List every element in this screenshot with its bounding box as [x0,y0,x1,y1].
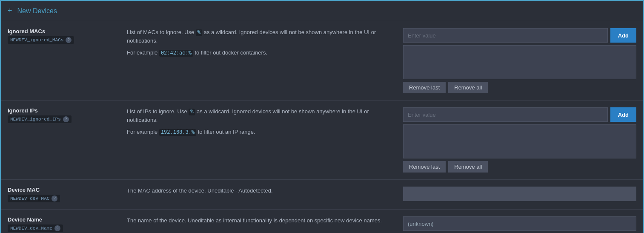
device-name-control [396,216,643,231]
device-name-help-icon[interactable]: ? [54,225,60,231]
setting-row-ignored-macs: Ignored MACs NEWDEV_ignored_MACs ? List … [1,21,643,101]
device-name-label-col: Device Name NEWDEV_dev_Name ? [1,216,120,232]
setting-row-device-name: Device Name NEWDEV_dev_Name ? The name o… [1,210,643,233]
ignored-ips-add-button[interactable]: Add [610,107,636,122]
ignored-macs-add-button[interactable]: Add [610,28,636,43]
device-name-name: Device Name [8,216,113,223]
ignored-ips-list[interactable] [403,124,636,158]
page-container: + New Devices Ignored MACs NEWDEV_ignore… [0,0,644,233]
ignored-macs-label-col: Ignored MACs NEWDEV_ignored_MACs ? [1,28,120,44]
ignored-macs-name: Ignored MACs [8,28,113,35]
device-name-input [403,216,636,231]
page-header: + New Devices [1,1,643,21]
device-mac-label-col: Device MAC NEWDEV_dev_MAC ? [1,187,120,202]
ignored-macs-input[interactable] [403,28,608,43]
device-mac-control [396,187,643,201]
ignored-ips-input-row: Add [403,107,636,122]
device-mac-input [403,187,636,201]
ignored-ips-remove-last-button[interactable]: Remove last [403,161,446,173]
device-mac-name: Device MAC [8,187,113,193]
device-mac-env-var: NEWDEV_dev_MAC ? [8,195,60,202]
ignored-macs-input-row: Add [403,28,636,43]
ignored-macs-remove-last-button[interactable]: Remove last [403,82,446,93]
device-name-desc: The name of the device. Uneditable as in… [120,216,396,225]
ignored-macs-control: Add Remove last Remove all [396,28,643,93]
ignored-ips-env-var: NEWDEV_ignored_IPs ? [8,115,72,123]
ignored-ips-input[interactable] [403,107,608,122]
ignored-ips-control: Add Remove last Remove all [396,107,643,173]
ignored-macs-help-icon[interactable]: ? [66,37,72,43]
setting-row-ignored-ips: Ignored IPs NEWDEV_ignored_IPs ? List of… [1,101,643,180]
plus-icon[interactable]: + [8,6,12,15]
page-title: New Devices [17,7,57,15]
content-area: Ignored MACs NEWDEV_ignored_MACs ? List … [1,21,643,233]
ignored-macs-remove-all-button[interactable]: Remove all [448,82,488,93]
device-mac-desc: The MAC address of the device. Uneditabl… [120,187,396,195]
ignored-macs-env-var: NEWDEV_ignored_MACs ? [8,36,74,44]
ignored-ips-desc: List of IPs to ignore. Use % as a wildca… [120,107,396,136]
ignored-macs-remove-row: Remove last Remove all [403,82,636,93]
setting-row-device-mac: Device MAC NEWDEV_dev_MAC ? The MAC addr… [1,180,643,210]
device-mac-help-icon[interactable]: ? [52,196,57,201]
ignored-ips-remove-all-button[interactable]: Remove all [448,161,488,173]
ignored-ips-help-icon[interactable]: ? [63,116,69,122]
ignored-ips-remove-row: Remove last Remove all [403,161,636,173]
ignored-ips-label-col: Ignored IPs NEWDEV_ignored_IPs ? [1,107,120,123]
ignored-macs-list[interactable] [403,45,636,79]
ignored-ips-name: Ignored IPs [8,107,113,114]
device-name-env-var: NEWDEV_dev_Name ? [8,224,63,232]
ignored-macs-desc: List of MACs to ignore. Use % as a wildc… [120,28,396,57]
